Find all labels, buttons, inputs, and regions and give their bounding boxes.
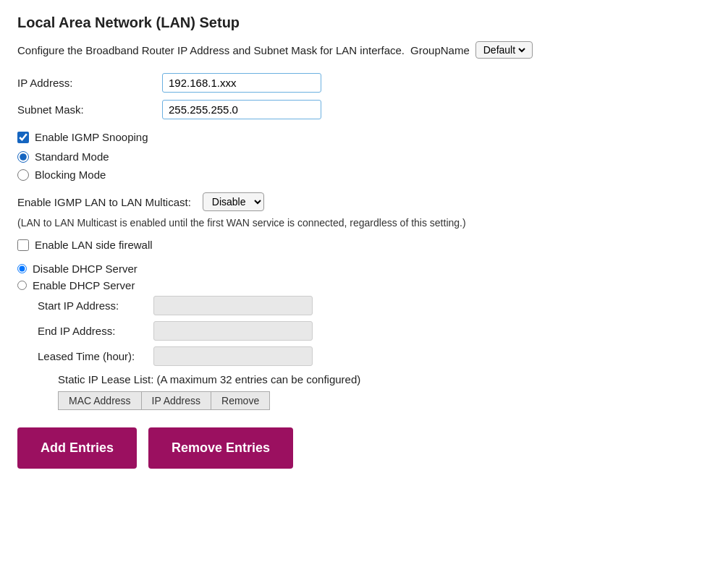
end-ip-label: End IP Address: — [38, 325, 153, 337]
lan-firewall-label: Enable LAN side firewall — [35, 239, 153, 251]
groupname-select-wrapper[interactable]: Default — [475, 41, 533, 59]
dhcp-fields: Start IP Address: End IP Address: Leased… — [38, 296, 706, 410]
table-header-ip: IP Address — [141, 391, 211, 410]
end-ip-input[interactable] — [153, 321, 313, 341]
subnet-mask-input[interactable] — [162, 100, 321, 119]
leased-time-row: Leased Time (hour): — [38, 346, 706, 366]
leased-time-label: Leased Time (hour): — [38, 350, 153, 362]
enable-dhcp-row: Enable DHCP Server — [17, 279, 706, 291]
description-text: Configure the Broadband Router IP Addres… — [17, 44, 405, 56]
end-ip-row: End IP Address: — [38, 321, 706, 341]
remove-entries-button[interactable]: Remove Entries — [148, 427, 293, 469]
ip-address-input[interactable] — [162, 73, 321, 93]
standard-mode-row: Standard Mode — [17, 150, 706, 163]
table-header-remove: Remove — [211, 391, 270, 410]
lan-firewall-checkbox[interactable] — [17, 239, 29, 251]
table-header: MAC Address IP Address Remove — [58, 391, 706, 410]
igmp-info-text: (LAN to LAN Multicast is enabled until t… — [17, 217, 706, 229]
subnet-mask-row: Subnet Mask: — [17, 100, 706, 119]
igmp-snooping-row: Enable IGMP Snooping — [17, 131, 706, 143]
table-header-mac: MAC Address — [58, 391, 141, 410]
start-ip-row: Start IP Address: — [38, 296, 706, 315]
buttons-row: Add Entries Remove Entries — [17, 427, 706, 469]
disable-dhcp-label: Disable DHCP Server — [33, 263, 138, 275]
static-lease-title: Static IP Lease List: (A maximum 32 entr… — [58, 373, 706, 385]
leased-time-input[interactable] — [153, 346, 313, 366]
blocking-mode-label: Blocking Mode — [35, 169, 106, 181]
groupname-select[interactable]: Default — [481, 43, 528, 56]
igmp-multicast-select[interactable]: Disable Enable — [203, 192, 264, 211]
description-row: Configure the Broadband Router IP Addres… — [17, 41, 706, 59]
igmp-snooping-label: Enable IGMP Snooping — [35, 131, 148, 143]
disable-dhcp-radio[interactable] — [17, 264, 27, 273]
start-ip-input[interactable] — [153, 296, 313, 315]
blocking-mode-radio[interactable] — [17, 169, 29, 181]
standard-mode-radio[interactable] — [17, 151, 29, 163]
static-lease-section: Static IP Lease List: (A maximum 32 entr… — [58, 373, 706, 410]
start-ip-label: Start IP Address: — [38, 299, 153, 312]
page-title: Local Area Network (LAN) Setup — [17, 14, 706, 31]
standard-mode-label: Standard Mode — [35, 150, 109, 163]
igmp-multicast-row: Enable IGMP LAN to LAN Multicast: Disabl… — [17, 192, 706, 211]
add-entries-button[interactable]: Add Entries — [17, 427, 137, 469]
enable-dhcp-radio[interactable] — [17, 281, 27, 290]
subnet-mask-label: Subnet Mask: — [17, 103, 162, 116]
groupname-label: GroupName — [410, 44, 470, 56]
igmp-snooping-checkbox[interactable] — [17, 132, 29, 143]
ip-address-row: IP Address: — [17, 73, 706, 93]
enable-dhcp-label: Enable DHCP Server — [33, 279, 135, 291]
lan-firewall-row: Enable LAN side firewall — [17, 239, 706, 251]
disable-dhcp-row: Disable DHCP Server — [17, 263, 706, 275]
igmp-multicast-label: Enable IGMP LAN to LAN Multicast: — [17, 196, 191, 208]
ip-address-label: IP Address: — [17, 77, 162, 89]
blocking-mode-row: Blocking Mode — [17, 169, 706, 181]
